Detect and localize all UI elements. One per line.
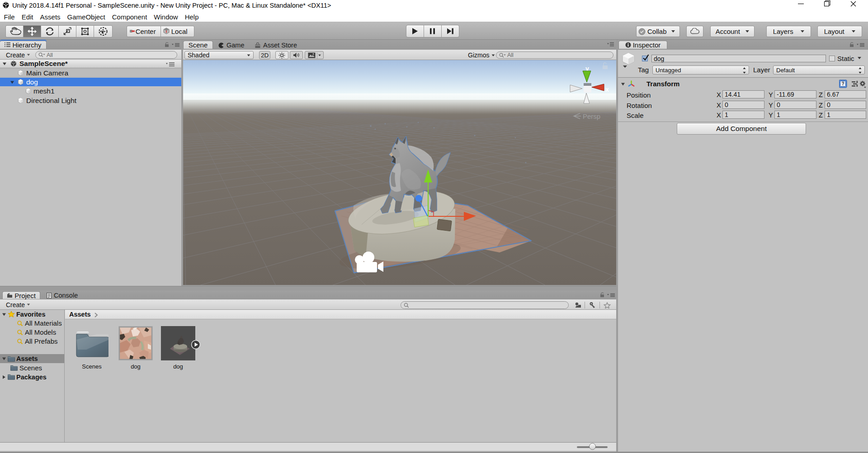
svg-text:x: x <box>605 86 609 93</box>
svg-text:?: ? <box>841 81 844 86</box>
svg-text:Persp: Persp <box>583 112 600 120</box>
